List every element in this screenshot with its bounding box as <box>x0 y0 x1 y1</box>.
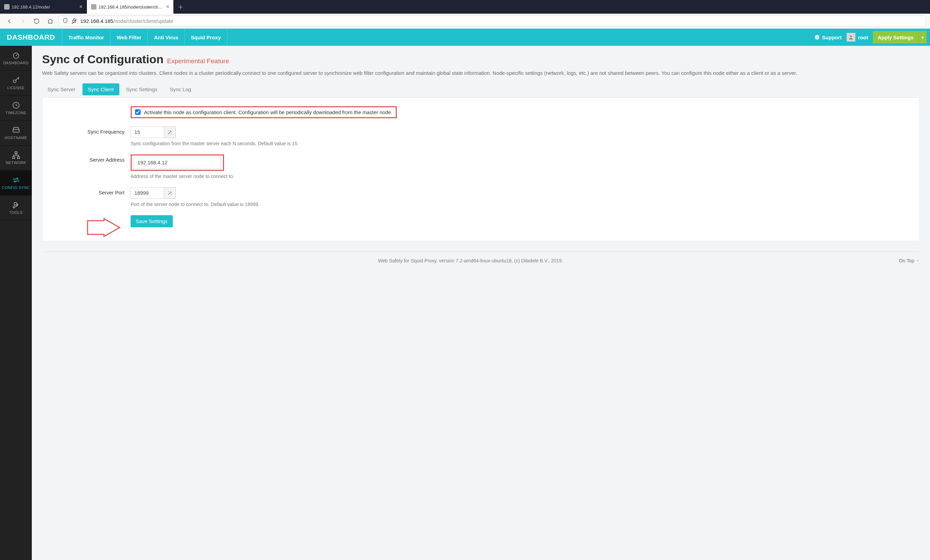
help-server-address: Address of the master server node to con… <box>131 173 909 179</box>
sync-frequency-input[interactable] <box>131 126 164 138</box>
sidebar-item-timezone[interactable]: TIMEZONE <box>0 96 32 121</box>
new-tab-button[interactable]: ＋ <box>174 0 188 14</box>
svg-rect-10 <box>17 157 20 158</box>
tab-label: 192.168.4.185/node/cluster/client/u <box>99 5 164 9</box>
inner-tabs: Sync Server Sync Client Sync Settings Sy… <box>42 83 920 95</box>
reload-button[interactable] <box>31 16 42 26</box>
wrench-icon <box>12 201 20 209</box>
wand-icon <box>168 191 172 195</box>
server-address-input[interactable] <box>134 157 221 169</box>
footer: Web Safety for Squid Proxy, version 7.2-… <box>42 252 920 272</box>
label-server-address: Server Address <box>53 155 125 163</box>
shield-icon <box>63 18 68 24</box>
browser-tab-inactive[interactable]: 192.168.4.12/node/ × <box>0 0 87 14</box>
svg-point-3 <box>850 35 851 37</box>
svg-rect-7 <box>13 129 19 132</box>
key-icon <box>12 76 20 84</box>
top-nav: DASHBOARD Traffic Monitor Web Filter Ant… <box>0 29 930 46</box>
svg-rect-9 <box>13 157 15 158</box>
tab-label: 192.168.4.12/node/ <box>12 5 77 9</box>
back-button[interactable] <box>4 16 14 26</box>
lock-strike-icon <box>71 18 77 24</box>
tab-sync-settings[interactable]: Sync Settings <box>121 83 163 95</box>
label-server-port: Server Port <box>53 187 125 195</box>
content-area: Sync of Configuration Experimental Featu… <box>32 46 930 560</box>
url-text: 192.168.4.185/node/cluster/client/update <box>80 18 173 24</box>
help-sync-frequency: Sync configuration from the master serve… <box>131 141 909 146</box>
browser-tab-active[interactable]: 192.168.4.185/node/cluster/client/u × <box>87 0 174 14</box>
sidebar-item-tools[interactable]: TOOLS <box>0 195 32 220</box>
page-intro: Web Safety servers can be organized into… <box>42 69 920 77</box>
label-sync-frequency: Sync Frequency <box>53 126 125 135</box>
page-title: Sync of Configuration <box>42 53 163 66</box>
nav-traffic-monitor[interactable]: Traffic Monitor <box>62 29 110 46</box>
chevron-up-icon <box>916 259 920 263</box>
help-server-port: Port of the server node to connect to. D… <box>131 202 909 207</box>
apply-settings-caret[interactable]: ▾ <box>918 31 927 43</box>
save-settings-button[interactable]: Save Settings <box>131 215 173 227</box>
form-panel: Activate this node as configuration clie… <box>42 97 920 241</box>
url-input[interactable]: 192.168.4.185/node/cluster/client/update <box>59 16 926 27</box>
sidebar-item-dashboard[interactable]: DASHBOARD <box>0 46 32 71</box>
nav-anti-virus[interactable]: Anti Virus <box>148 29 184 46</box>
gauge-icon <box>12 51 20 60</box>
user-menu[interactable]: root <box>847 33 868 42</box>
sidebar-item-license[interactable]: LICENSE <box>0 71 32 96</box>
sync-icon <box>12 176 20 184</box>
close-icon[interactable]: × <box>166 4 169 10</box>
clock-icon <box>12 101 20 109</box>
close-icon[interactable]: × <box>79 4 82 10</box>
support-link[interactable]: i Support <box>815 35 842 40</box>
hdd-icon <box>12 126 20 134</box>
activate-checkbox-row[interactable]: Activate this node as configuration clie… <box>135 109 392 115</box>
brand-logo[interactable]: DASHBOARD <box>0 33 62 41</box>
magic-wand-button[interactable] <box>164 187 176 199</box>
tab-sync-log[interactable]: Sync Log <box>164 83 197 95</box>
tab-sync-client[interactable]: Sync Client <box>82 83 119 95</box>
nav-web-filter[interactable]: Web Filter <box>110 29 148 46</box>
svg-rect-8 <box>15 152 17 153</box>
favicon-icon <box>91 4 97 9</box>
forward-button[interactable] <box>18 16 28 26</box>
home-button[interactable] <box>45 16 55 26</box>
svg-text:i: i <box>817 35 818 39</box>
nav-squid-proxy[interactable]: Squid Proxy <box>184 29 228 46</box>
sidebar-item-config-sync[interactable]: CONFIG SYNC <box>0 170 32 195</box>
sidebar-item-hostname[interactable]: HOSTNAME <box>0 121 32 146</box>
highlight-annotation-address <box>131 155 224 171</box>
user-avatar-icon <box>847 33 855 42</box>
footer-text: Web Safety for Squid Proxy, version 7.2-… <box>378 258 563 264</box>
network-icon <box>12 151 20 159</box>
highlight-annotation-activate: Activate this node as configuration clie… <box>131 106 397 118</box>
favicon-icon <box>4 4 9 9</box>
tab-sync-server[interactable]: Sync Server <box>42 83 81 95</box>
browser-tab-strip: 192.168.4.12/node/ × 192.168.4.185/node/… <box>0 0 930 14</box>
browser-address-bar: 192.168.4.185/node/cluster/client/update <box>0 14 930 29</box>
magic-wand-button[interactable] <box>164 126 176 138</box>
sidebar: DASHBOARD LICENSE TIMEZONE HOSTNAME NETW… <box>0 46 32 560</box>
wand-icon <box>168 130 172 135</box>
sidebar-item-network[interactable]: NETWORK <box>0 146 32 170</box>
experimental-badge: Experimental Feature <box>167 57 229 64</box>
user-name: root <box>858 35 868 40</box>
apply-settings-button[interactable]: Apply Settings <box>873 31 918 43</box>
server-port-input[interactable] <box>131 187 164 199</box>
activate-label: Activate this node as configuration clie… <box>144 109 392 115</box>
on-top-link[interactable]: On Top <box>899 258 920 264</box>
activate-checkbox[interactable] <box>135 109 140 115</box>
